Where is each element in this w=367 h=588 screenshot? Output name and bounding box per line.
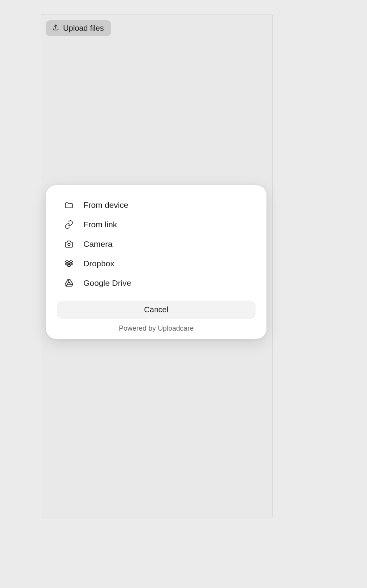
source-from-device[interactable]: From device	[57, 195, 256, 215]
upload-source-modal: From device From link Camera	[46, 185, 266, 339]
source-list: From device From link Camera	[57, 195, 256, 293]
source-label: Dropbox	[83, 259, 114, 268]
google-drive-icon	[64, 278, 74, 288]
folder-icon	[64, 200, 74, 210]
link-icon	[64, 220, 74, 230]
source-label: From link	[83, 220, 117, 229]
source-camera[interactable]: Camera	[57, 234, 256, 254]
svg-point-1	[68, 243, 70, 246]
cancel-button[interactable]: Cancel	[57, 301, 256, 319]
upload-files-button[interactable]: Upload files	[46, 20, 111, 36]
cancel-label: Cancel	[144, 305, 168, 314]
source-label: Camera	[83, 239, 113, 249]
upload-icon	[52, 24, 59, 33]
powered-by-text: Powered by Uploadcare	[57, 324, 256, 333]
source-label: From device	[83, 200, 129, 210]
source-label: Google Drive	[83, 278, 131, 288]
source-google-drive[interactable]: Google Drive	[57, 273, 256, 293]
source-from-link[interactable]: From link	[57, 215, 256, 234]
camera-icon	[64, 239, 74, 249]
dropbox-icon	[64, 259, 74, 269]
source-dropbox[interactable]: Dropbox	[57, 254, 256, 273]
upload-files-label: Upload files	[63, 24, 104, 33]
